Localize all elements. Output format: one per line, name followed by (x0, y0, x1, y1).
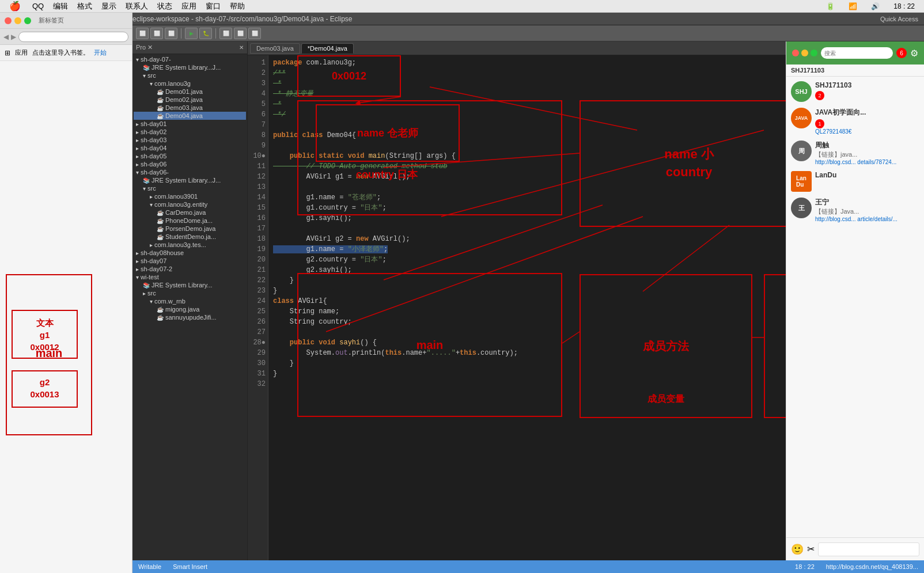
eclipse-title-bar: eclipse-workspace - sh-day-07-/src/com/l… (132, 13, 924, 25)
close-btn[interactable] (5, 17, 12, 24)
pe-item-src3[interactable]: ▸src (134, 289, 246, 297)
pe-item-demo01[interactable]: ☕Demo01.java (134, 88, 246, 96)
pe-item-migong[interactable]: ☕migong.java (134, 305, 246, 313)
pe-item-pkg3[interactable]: ▾com.lanou3g.entity (134, 200, 246, 208)
browser-toolbar: ◀ ▶ (0, 29, 132, 45)
pe-item-sh-day05[interactable]: ▸sh-day05 (134, 152, 246, 160)
apps-label[interactable]: 应用 (15, 48, 28, 57)
editor-tabs: Demo03.java *Demo04.java (248, 41, 786, 55)
pe-item-sh-day02[interactable]: ▸sh-day02 (134, 128, 246, 136)
pe-item-sannuyu[interactable]: ☕sannuyupudeJifi... (134, 313, 246, 321)
pe-item-phonedome[interactable]: ☕PhoneDome.ja... (134, 217, 246, 225)
status-bar: Writable Smart Insert 18 : 22 http://blo… (132, 560, 924, 573)
browser-panel: 新标签页 ◀ ▶ ⊞ 应用 点击这里导入书签。 开始 main 文本g10x00… (0, 13, 132, 573)
pe-item-sh-day03[interactable]: ▸sh-day03 (134, 136, 246, 144)
toolbar-btn-1[interactable]: ⬜ (136, 28, 149, 39)
pe-item-sh-day07b[interactable]: ▸sh-day07 (134, 257, 246, 265)
start-link[interactable]: 开始 (94, 48, 107, 57)
toolbar-btn-5[interactable]: ⬜ (234, 28, 247, 39)
pe-item-jre2[interactable]: 📚JRE System Library...J... (134, 176, 246, 184)
pe-item-pkg5[interactable]: ▾com.w_rnb (134, 297, 246, 305)
tab-demo04[interactable]: *Demo04.java (301, 43, 354, 54)
menu-contacts[interactable]: 联系人 (126, 1, 148, 12)
menu-format[interactable]: 格式 (77, 1, 92, 12)
chat-link-2[interactable]: http://blog.csd... details/78724... (815, 159, 919, 165)
quick-access[interactable]: Quick Access (880, 16, 924, 22)
status-right: 18 : 22 http://blog.csdn.net/qq_408139..… (795, 563, 918, 570)
minimize-btn[interactable] (14, 17, 21, 24)
chat-link-4[interactable]: http://blog.csd... article/details/... (815, 216, 919, 222)
pe-item-sh-day04[interactable]: ▸sh-day04 (134, 144, 246, 152)
menu-bar: 🍎 QQ 编辑 格式 显示 联系人 状态 应用 窗口 帮助 🔋 📶 🔊 18 :… (0, 0, 924, 13)
pe-item-cardemo[interactable]: ☕CarDemo.java (134, 208, 246, 217)
pe-item-pkg2[interactable]: ▸com.lanou3901 (134, 192, 246, 200)
eclipse-toolbar: ⬜ ⬜ ⬜ ▶ 🐛 ⬜ ⬜ ⬜ (132, 25, 924, 41)
code-content[interactable]: package com.lanou3g; /** * * 静态变量 * */ p… (268, 55, 786, 560)
forward-icon[interactable]: ▶ (11, 33, 16, 41)
chat-info-2: 周触 【链接】java... http://blog.csd... detail… (815, 141, 919, 165)
emoji-icon[interactable]: 🙂 (791, 543, 804, 556)
pe-content: ▾sh-day-07- 📚JRE System Library...J... ▾… (132, 54, 247, 560)
chat-search-input[interactable] (821, 47, 893, 59)
chat-item-1[interactable]: JAVA JAVA初学面向... 1 QL27921483€ (791, 108, 919, 135)
toolbar-btn-4[interactable]: ⬜ (219, 28, 232, 39)
chat-link-1[interactable]: QL27921483€ (815, 128, 919, 135)
pe-item-sh-day07-2[interactable]: ▸sh-day07-2 (134, 265, 246, 273)
chat-settings-icon[interactable]: ⚙ (910, 48, 918, 59)
pe-item-jre1[interactable]: 📚JRE System Library...J... (134, 63, 246, 71)
chat-minimize-btn[interactable] (801, 50, 808, 56)
pe-item-pkg1[interactable]: ▾com.lanou3g (134, 79, 246, 88)
menu-window[interactable]: 窗口 (206, 1, 221, 12)
pe-item-src2[interactable]: ▾src (134, 184, 246, 192)
pe-item-sh-day06[interactable]: ▸sh-day06 (134, 160, 246, 168)
toolbar-debug[interactable]: 🐛 (199, 28, 212, 39)
toolbar-btn-3[interactable]: ⬜ (165, 28, 177, 39)
pe-item-wi-test[interactable]: ▾wi-test (134, 273, 246, 281)
scissors-icon[interactable]: ✂ (807, 544, 815, 555)
main-layout: 新标签页 ◀ ▶ ⊞ 应用 点击这里导入书签。 开始 main 文本g10x00… (0, 13, 924, 573)
chat-maximize-btn[interactable] (811, 50, 817, 56)
back-icon[interactable]: ◀ (3, 33, 9, 41)
chat-text-input[interactable] (818, 542, 919, 556)
chat-name-3: LanDu (815, 171, 919, 179)
menu-help[interactable]: 帮助 (230, 1, 245, 12)
menu-view[interactable]: 显示 (101, 1, 116, 12)
chat-item-0[interactable]: SHJ SHJ171103 2 (791, 81, 919, 102)
pe-item-sh-day06-[interactable]: ▾sh-day06- (134, 168, 246, 176)
pe-item-studentdemo[interactable]: ☕StudentDemo.ja... (134, 233, 246, 241)
pe-item-src1[interactable]: ▾src (134, 71, 246, 79)
toolbar-btn-2[interactable]: ⬜ (150, 28, 163, 39)
apple-menu[interactable]: 🍎 (9, 1, 21, 12)
pe-item-sh-day01[interactable]: ▸sh-day01 (134, 120, 246, 128)
tab-demo03[interactable]: Demo03.java (250, 43, 300, 54)
pe-item-sh-day08[interactable]: ▸sh-day08house (134, 249, 246, 257)
chat-item-4[interactable]: 王 王宁 【链接】Java... http://blog.csd... arti… (791, 198, 919, 222)
chat-item-2[interactable]: 周 周触 【链接】java... http://blog.csd... deta… (791, 141, 919, 165)
toolbar-btn-6[interactable]: ⬜ (248, 28, 261, 39)
pe-item-pkg4[interactable]: ▸com.lanou3g.tes... (134, 241, 246, 249)
maximize-btn[interactable] (24, 17, 31, 24)
pe-item-porsendemo[interactable]: ☕PorsenDemo.java (134, 225, 246, 233)
browser-tab-label: 新标签页 (39, 16, 64, 25)
menu-status[interactable]: 状态 (157, 1, 172, 12)
status-smart-insert: Smart Insert (173, 563, 207, 570)
pe-item-demo03[interactable]: ☕Demo03.java (134, 104, 246, 112)
pe-item-jre3[interactable]: 📚JRE System Library... (134, 281, 246, 289)
address-bar[interactable] (18, 32, 128, 42)
pe-item-demo02[interactable]: ☕Demo02.java (134, 96, 246, 104)
status-writable: Writable (138, 563, 161, 570)
chat-avatar-1: JAVA (791, 108, 812, 128)
eclipse-area: eclipse-workspace - sh-day-07-/src/com/l… (132, 13, 924, 573)
g2-box: g20x0013 (12, 370, 78, 408)
chat-item-3[interactable]: LanDu LanDu (791, 171, 919, 192)
pe-item-demo04[interactable]: ☕Demo04.java (134, 112, 246, 120)
clock: 18 : 22 (893, 2, 915, 10)
menu-edit[interactable]: 编辑 (53, 1, 68, 12)
chat-close-btn[interactable] (792, 50, 799, 56)
pe-item-sh-day07[interactable]: ▾sh-day-07- (134, 55, 246, 63)
menu-apps[interactable]: 应用 (181, 1, 196, 12)
menu-qq[interactable]: QQ (32, 2, 44, 10)
pe-close[interactable]: ✕ (239, 44, 244, 51)
toolbar-run[interactable]: ▶ (185, 28, 198, 39)
code-area[interactable]: 123456 78910●1112 131415161718 192021222… (248, 55, 786, 560)
